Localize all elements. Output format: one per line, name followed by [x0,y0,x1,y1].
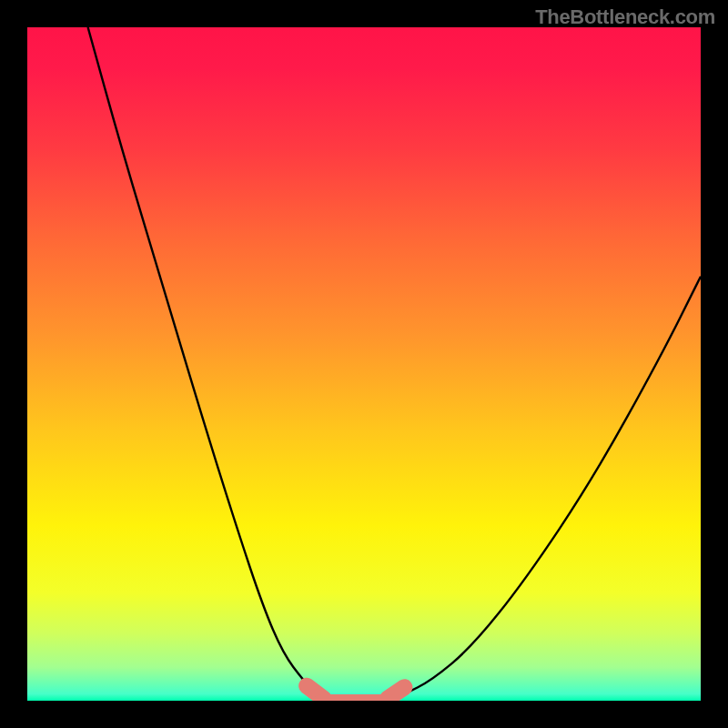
bottleneck-curve [88,27,701,701]
plot-area [27,27,701,701]
watermark-text: TheBottleneck.com [535,5,715,29]
chart-svg [27,27,701,701]
chart-frame: TheBottleneck.com [0,0,728,728]
